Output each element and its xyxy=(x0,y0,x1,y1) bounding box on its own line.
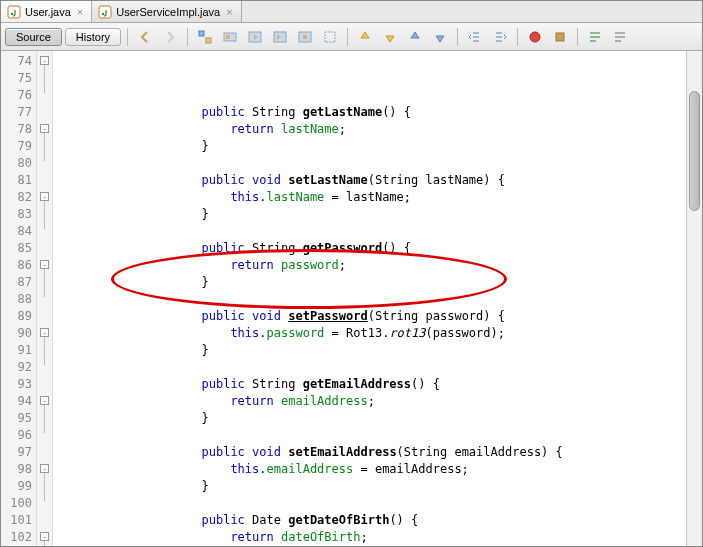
prev-bookmark-button[interactable] xyxy=(354,27,376,47)
svg-rect-7 xyxy=(226,35,230,39)
code-line[interactable]: public void setEmailAddress(String email… xyxy=(57,444,686,461)
line-number[interactable]: 89 xyxy=(1,308,36,325)
line-number[interactable]: 94 xyxy=(1,393,36,410)
code-line[interactable]: public String getPassword() { xyxy=(57,240,686,257)
code-line[interactable]: return password; xyxy=(57,257,686,274)
close-icon[interactable]: × xyxy=(224,6,234,18)
code-line[interactable]: this.lastName = lastName; xyxy=(57,189,686,206)
code-line[interactable] xyxy=(57,223,686,240)
code-line[interactable]: this.emailAddress = emailAddress; xyxy=(57,461,686,478)
code-line[interactable]: public String getLastName() { xyxy=(57,104,686,121)
code-line[interactable]: } xyxy=(57,206,686,223)
line-number[interactable]: 88 xyxy=(1,291,36,308)
fold-toggle[interactable]: - xyxy=(40,532,49,541)
line-number[interactable]: 87 xyxy=(1,274,36,291)
line-number[interactable]: 99 xyxy=(1,478,36,495)
fold-toggle[interactable]: - xyxy=(40,124,49,133)
line-number[interactable]: 80 xyxy=(1,155,36,172)
code-line[interactable]: } xyxy=(57,138,686,155)
toggle-highlight-button[interactable] xyxy=(294,27,316,47)
line-number[interactable]: 92 xyxy=(1,359,36,376)
comment-button[interactable] xyxy=(584,27,606,47)
tab-userserviceimpl-java[interactable]: UserServiceImpl.java × xyxy=(92,1,241,22)
fold-toggle[interactable]: - xyxy=(40,260,49,269)
macro-stop-button[interactable] xyxy=(549,27,571,47)
line-number[interactable]: 84 xyxy=(1,223,36,240)
line-number[interactable]: 86 xyxy=(1,257,36,274)
tab-user-java[interactable]: User.java × xyxy=(1,1,92,22)
code-area[interactable]: public String getLastName() { return las… xyxy=(53,51,686,546)
line-number[interactable]: 102 xyxy=(1,529,36,546)
line-number[interactable]: 82 xyxy=(1,189,36,206)
line-number[interactable]: 90 xyxy=(1,325,36,342)
code-line[interactable]: } xyxy=(57,410,686,427)
code-line[interactable]: public void setPassword(String password)… xyxy=(57,308,686,325)
line-number[interactable]: 91 xyxy=(1,342,36,359)
prev-error-button[interactable] xyxy=(404,27,426,47)
fold-toggle[interactable]: - xyxy=(40,396,49,405)
shift-right-button[interactable] xyxy=(489,27,511,47)
history-button[interactable]: History xyxy=(65,28,121,46)
line-number[interactable]: 100 xyxy=(1,495,36,512)
java-file-icon xyxy=(98,5,112,19)
fold-toggle[interactable]: - xyxy=(40,464,49,473)
code-line[interactable]: public String getEmailAddress() { xyxy=(57,376,686,393)
code-line[interactable] xyxy=(57,155,686,172)
separator xyxy=(517,28,518,46)
line-number[interactable]: 81 xyxy=(1,172,36,189)
line-number[interactable]: 76 xyxy=(1,87,36,104)
line-number[interactable]: 95 xyxy=(1,410,36,427)
code-line[interactable]: return lastName; xyxy=(57,121,686,138)
tab-label: User.java xyxy=(25,6,71,18)
scrollbar-thumb[interactable] xyxy=(689,91,700,211)
fold-toggle[interactable]: - xyxy=(40,328,49,337)
code-line[interactable]: } xyxy=(57,274,686,291)
line-number[interactable]: 78 xyxy=(1,121,36,138)
code-line[interactable] xyxy=(57,291,686,308)
line-number[interactable]: 98 xyxy=(1,461,36,478)
code-line[interactable]: public void setLastName(String lastName)… xyxy=(57,172,686,189)
code-line[interactable]: public Date getDateOfBirth() { xyxy=(57,512,686,529)
code-line[interactable]: return dateOfBirth; xyxy=(57,529,686,546)
separator xyxy=(347,28,348,46)
line-number[interactable]: 74 xyxy=(1,53,36,70)
line-number[interactable]: 93 xyxy=(1,376,36,393)
uncomment-button[interactable] xyxy=(609,27,631,47)
svg-point-1 xyxy=(11,12,13,14)
find-next-button[interactable] xyxy=(269,27,291,47)
fold-toggle[interactable]: - xyxy=(40,56,49,65)
line-number[interactable]: 83 xyxy=(1,206,36,223)
line-number[interactable]: 77 xyxy=(1,104,36,121)
line-number[interactable]: 79 xyxy=(1,138,36,155)
macro-record-button[interactable] xyxy=(524,27,546,47)
code-line[interactable]: return emailAddress; xyxy=(57,393,686,410)
nav-forward-button[interactable] xyxy=(159,27,181,47)
line-number[interactable]: 75 xyxy=(1,70,36,87)
refactor-button[interactable] xyxy=(194,27,216,47)
close-icon[interactable]: × xyxy=(75,6,85,18)
code-line[interactable] xyxy=(57,427,686,444)
line-number[interactable]: 101 xyxy=(1,512,36,529)
code-line[interactable]: } xyxy=(57,478,686,495)
line-number[interactable]: 96 xyxy=(1,427,36,444)
next-error-button[interactable] xyxy=(429,27,451,47)
find-selection-button[interactable] xyxy=(219,27,241,47)
code-line[interactable]: } xyxy=(57,342,686,359)
svg-rect-14 xyxy=(556,33,564,41)
line-number-gutter[interactable]: 7475767778798081828384858687888990919293… xyxy=(1,51,37,546)
nav-back-button[interactable] xyxy=(134,27,156,47)
vertical-scrollbar[interactable] xyxy=(686,51,702,546)
code-line[interactable]: this.password = Rot13.rot13(password); xyxy=(57,325,686,342)
find-prev-button[interactable] xyxy=(244,27,266,47)
code-line[interactable] xyxy=(57,359,686,376)
line-number[interactable]: 97 xyxy=(1,444,36,461)
source-button[interactable]: Source xyxy=(5,28,62,46)
fold-gutter[interactable]: -------- xyxy=(37,51,53,546)
fold-toggle[interactable]: - xyxy=(40,192,49,201)
toggle-bookmark-button[interactable] xyxy=(319,27,341,47)
editor-toolbar: Source History xyxy=(1,23,702,51)
shift-left-button[interactable] xyxy=(464,27,486,47)
line-number[interactable]: 85 xyxy=(1,240,36,257)
next-bookmark-button[interactable] xyxy=(379,27,401,47)
code-line[interactable] xyxy=(57,495,686,512)
